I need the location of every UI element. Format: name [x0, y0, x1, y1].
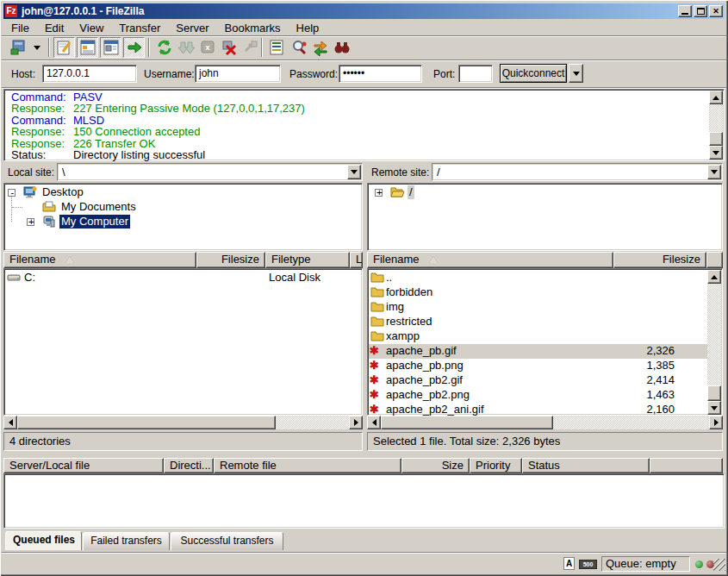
tab-queued-files[interactable]: Queued files — [5, 531, 82, 550]
remote-hscroll-thumb[interactable] — [381, 416, 553, 429]
local-col-filetype[interactable]: Filetype — [265, 252, 350, 268]
toggle-queue-button[interactable] — [123, 37, 145, 58]
remote-col-filesize[interactable]: Filesize — [613, 252, 706, 268]
filter-button[interactable] — [266, 37, 288, 58]
remote-site-value[interactable]: / — [433, 165, 707, 179]
username-input[interactable]: john — [195, 65, 281, 83]
process-queue-button[interactable] — [175, 37, 196, 58]
local-file-row[interactable]: C: Local Disk — [5, 271, 358, 285]
transfer-type-indicator[interactable]: A — [563, 557, 575, 570]
remote-scroll-up[interactable] — [707, 270, 721, 284]
find-files-button[interactable] — [331, 37, 352, 58]
queue-col-size[interactable]: Size — [401, 458, 470, 473]
reconnect-button[interactable] — [240, 37, 261, 58]
port-input[interactable] — [458, 65, 493, 83]
process-queue-icon — [177, 39, 195, 56]
local-status-text: 4 directories — [3, 432, 363, 451]
quickconnect-dropdown[interactable] — [569, 64, 583, 83]
reconnect-icon — [242, 39, 259, 56]
remote-scroll-down[interactable] — [707, 401, 721, 415]
queue-col-localfile[interactable]: Server/Local file — [3, 458, 164, 473]
remote-file-row[interactable]: forbidden — [369, 285, 709, 300]
site-manager-icon — [9, 39, 28, 56]
tree-item-my-computer[interactable]: + My Computer — [4, 215, 362, 229]
tab-failed-transfers[interactable]: Failed transfers — [83, 532, 170, 550]
tree-item-my-documents[interactable]: My Documents — [4, 200, 362, 215]
remote-file-row[interactable]: ✱ apache_pb2.png1,463 — [369, 388, 709, 403]
message-log-icon — [56, 39, 73, 56]
local-scroll-right[interactable] — [349, 416, 363, 429]
log-scroll-down[interactable] — [709, 146, 723, 160]
menu-view[interactable]: View — [72, 21, 111, 35]
local-hscroll-thumb[interactable] — [17, 416, 276, 429]
menu-help[interactable]: Help — [289, 21, 327, 35]
toggle-log-button[interactable] — [53, 37, 75, 58]
menu-file[interactable]: File — [3, 21, 37, 35]
speed-limit-indicator[interactable]: 500 — [579, 560, 597, 569]
expand-icon[interactable]: + — [375, 189, 383, 197]
password-input[interactable]: •••••• — [339, 65, 422, 83]
close-button[interactable]: ✕ — [709, 5, 723, 17]
site-manager-button[interactable] — [7, 37, 31, 58]
menu-transfer[interactable]: Transfer — [111, 21, 168, 35]
chevron-down-icon — [34, 46, 40, 50]
tree-item-desktop[interactable]: - Desktop — [4, 185, 362, 200]
local-col-filesize[interactable]: Filesize — [196, 252, 265, 268]
disconnect-button[interactable] — [218, 37, 240, 58]
local-col-filename[interactable]: Filename — [3, 252, 196, 268]
toggle-remote-tree-button[interactable] — [100, 37, 121, 58]
compare-button[interactable] — [288, 37, 309, 58]
resize-grip[interactable] — [713, 559, 725, 571]
maximize-button[interactable] — [694, 5, 707, 17]
remote-site-dropdown[interactable] — [707, 165, 721, 179]
queue-col-priority[interactable]: Priority — [470, 458, 522, 473]
site-manager-dropdown[interactable] — [31, 37, 43, 58]
menu-server[interactable]: Server — [168, 21, 216, 35]
queue-col-direction[interactable]: Directi... — [164, 458, 214, 473]
queue-col-status[interactable]: Status — [522, 458, 650, 473]
remote-scroll-left[interactable] — [367, 416, 381, 429]
remote-scroll-right[interactable] — [709, 416, 723, 429]
remote-scroll-track[interactable] — [707, 284, 721, 401]
folder-open-icon — [390, 185, 404, 199]
cancel-button[interactable]: x — [196, 37, 218, 58]
log-line: Response:227 Entering Passive Mode (127,… — [11, 103, 724, 114]
image-file-icon: ✱ — [370, 359, 379, 373]
local-hscrollbar[interactable] — [3, 416, 363, 430]
remote-file-row[interactable]: img — [369, 300, 709, 315]
local-col-lastmodified[interactable]: L — [350, 252, 363, 268]
tab-successful-transfers[interactable]: Successful transfers — [171, 532, 283, 550]
remote-file-row-selected[interactable]: ✱ apache_pb.gif2,326 — [369, 344, 709, 359]
refresh-button[interactable] — [153, 37, 175, 58]
remote-file-row[interactable]: ✱ apache_pb2.gif2,414 — [369, 373, 709, 388]
sync-browsing-button[interactable] — [309, 37, 331, 58]
menu-bar: File Edit View Transfer Server Bookmarks… — [3, 20, 725, 35]
queue-col-remotefile[interactable]: Remote file — [214, 458, 401, 473]
queue-status-text: Queue: empty — [601, 556, 690, 572]
remote-col-filename[interactable]: Filename — [367, 252, 613, 268]
log-scroll-thumb[interactable] — [709, 132, 723, 146]
log-scroll-up[interactable] — [709, 91, 723, 104]
local-site-value[interactable]: \ — [59, 165, 347, 179]
transfer-queue-list — [3, 473, 725, 529]
minimize-button[interactable] — [678, 5, 692, 17]
remote-scroll-thumb[interactable] — [707, 385, 721, 401]
remote-file-row[interactable]: ✱ apache_pb.png1,385 — [369, 359, 709, 373]
host-input[interactable]: 127.0.0.1 — [42, 65, 137, 83]
tree-item-root[interactable]: + / — [368, 185, 722, 200]
quickconnect-button[interactable]: Quickconnect — [500, 64, 567, 83]
expand-icon[interactable]: + — [27, 218, 34, 226]
collapse-icon[interactable]: - — [8, 189, 16, 197]
local-scroll-left[interactable] — [3, 416, 17, 429]
remote-hscrollbar[interactable] — [367, 416, 723, 430]
local-site-combo[interactable]: \ — [57, 163, 363, 181]
local-site-dropdown[interactable] — [347, 165, 361, 179]
remote-file-row[interactable]: .. — [369, 271, 709, 285]
menu-edit[interactable]: Edit — [37, 21, 72, 35]
remote-site-combo[interactable]: / — [432, 163, 723, 181]
menu-bookmarks[interactable]: Bookmarks — [217, 21, 289, 35]
remote-file-row[interactable]: restricted — [369, 315, 709, 329]
toggle-local-tree-button[interactable] — [77, 37, 98, 58]
transfer-queue-icon — [126, 39, 143, 56]
remote-file-row[interactable]: xampp — [369, 329, 709, 344]
